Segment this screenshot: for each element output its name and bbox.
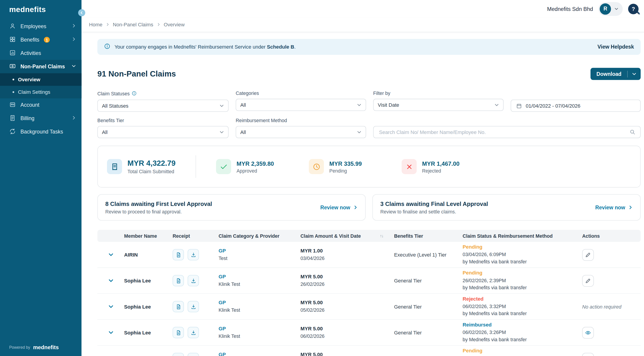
- receipt-cell: [172, 301, 218, 312]
- download-receipt-button[interactable]: [188, 275, 199, 286]
- chevron-down-icon[interactable]: [628, 72, 640, 76]
- status-cell: Pending 03/04/2026, 6:09PM by Mednefits …: [463, 244, 582, 266]
- stat-amount: MYR 1,467.00: [422, 160, 460, 167]
- powered-by: Powered by mednefits: [0, 338, 82, 356]
- sidebar-subitem-claim-settings[interactable]: Claim Settings: [0, 86, 82, 98]
- view-claim-button[interactable]: [582, 327, 594, 339]
- reimbursement-method-select[interactable]: All: [236, 126, 366, 138]
- search-icon[interactable]: [629, 129, 636, 135]
- chevron-down-icon: [357, 103, 361, 107]
- benefits-tier-select[interactable]: All: [98, 126, 229, 138]
- categories-select[interactable]: All: [236, 99, 366, 111]
- page-title: 91 Non-Panel Claims: [98, 70, 176, 79]
- amount-cell: MYR 5.00 05/12/2025: [300, 351, 394, 356]
- sidebar-subitem-overview[interactable]: Overview: [0, 73, 82, 86]
- view-receipt-button[interactable]: [172, 275, 184, 286]
- sidebar-item-billing[interactable]: Billing: [0, 112, 82, 125]
- row-expand-icon[interactable]: [108, 304, 114, 309]
- col-actions: Actions: [582, 234, 640, 239]
- col-category: Claim Category & Provider: [218, 234, 300, 239]
- user-menu[interactable]: R: [598, 2, 623, 16]
- sort-icons[interactable]: ↑↓: [380, 234, 390, 238]
- download-receipt-button[interactable]: [188, 353, 199, 356]
- view-receipt-button[interactable]: [172, 353, 184, 356]
- member-name: Sophia Lee: [124, 304, 173, 310]
- company-name: Mednefits Sdn Bhd: [547, 6, 593, 12]
- breadcrumb-home[interactable]: Home: [89, 22, 102, 28]
- status-timestamp: 03/04/2026, 6:09PM: [463, 251, 582, 259]
- select-value: All Statuses: [102, 103, 128, 109]
- search-input[interactable]: [378, 129, 629, 135]
- view-receipt-button[interactable]: [172, 327, 184, 338]
- edit-claim-button[interactable]: [582, 249, 594, 261]
- sidebar-item-non-panel-claims[interactable]: Non-Panel Claims: [0, 60, 82, 73]
- main-area: Mednefits Sdn Bhd R ?✎ Home Non-Panel Cl…: [82, 0, 644, 356]
- sidebar-item-employees[interactable]: Employees: [0, 20, 82, 33]
- download-icon: [190, 304, 196, 310]
- sidebar-item-activities[interactable]: Activities: [0, 47, 82, 60]
- table-row: Sophia Lee GP Klinik Test MYR 5.00 05/02…: [98, 294, 641, 320]
- claim-category: GP: [218, 300, 300, 306]
- breadcrumb-section[interactable]: Non-Panel Claims: [113, 22, 153, 28]
- view-receipt-button[interactable]: [172, 301, 184, 312]
- select-value: All: [240, 102, 246, 108]
- pencil-icon: [585, 278, 591, 284]
- claims-table: Member Name Receipt Claim Category & Pro…: [98, 230, 641, 356]
- claim-statuses-select[interactable]: All Statuses: [98, 100, 229, 112]
- stat-amount: MYR 335.99: [329, 160, 362, 167]
- receipt-cell: [172, 353, 218, 356]
- chevron-down-icon: [72, 64, 76, 70]
- benefits-tier-label: Benefits Tier: [98, 118, 229, 123]
- status-cell: Reimbursed 06/02/2026, 3:26PM by Mednefi…: [463, 322, 582, 343]
- view-receipt-button[interactable]: [172, 249, 184, 261]
- claim-status: Pending: [463, 244, 582, 250]
- filter-categories: Categories All: [236, 91, 366, 112]
- bullet-icon: [12, 91, 14, 93]
- schedule-b-link[interactable]: Schedule B: [267, 44, 294, 50]
- stat-label: Rejected: [422, 168, 460, 173]
- filter-by: Filter by Visit Date: [373, 91, 504, 112]
- actions-cell: [582, 249, 640, 261]
- sidebar-collapse-button[interactable]: [78, 9, 85, 16]
- receipt-icon: [107, 159, 122, 174]
- table-row: Sophia Lee GP Klinik Test MYR 5.00 06/02…: [98, 320, 641, 346]
- pencil-icon: ✎: [637, 11, 640, 15]
- sidebar-item-label: Non-Panel Claims: [20, 64, 67, 70]
- actions-cell: No action required: [582, 304, 640, 310]
- help-button[interactable]: ?✎: [628, 4, 638, 14]
- sidebar-item-account[interactable]: Account: [0, 98, 82, 112]
- sidebar-item-benefits[interactable]: Benefits 1: [0, 33, 82, 47]
- filter-reimbursement-method: Reimbursement Method All: [236, 118, 366, 138]
- category-cell: GP Test: [218, 248, 300, 262]
- download-button[interactable]: Download: [591, 68, 641, 80]
- topbar: Mednefits Sdn Bhd R ?✎: [82, 0, 644, 18]
- view-helpdesk-link[interactable]: View Helpdesk: [598, 44, 634, 50]
- reimbursement-method: by Mednefits via bank transfer: [463, 336, 582, 343]
- receipt-cell: [172, 327, 218, 338]
- download-icon: [190, 278, 196, 284]
- chevron-right-icon: [72, 23, 76, 29]
- review-now-link[interactable]: Review now: [589, 205, 633, 211]
- row-expand-icon[interactable]: [108, 278, 114, 284]
- row-expand-icon[interactable]: [108, 330, 114, 335]
- filter-by-select[interactable]: Visit Date: [373, 99, 504, 111]
- chevron-right-icon: [72, 37, 76, 43]
- reimbursement-method: by Mednefits via bank transfer: [463, 258, 582, 266]
- sidebar-item-background-tasks[interactable]: Background Tasks: [0, 125, 82, 138]
- download-receipt-button[interactable]: [188, 301, 199, 312]
- category-cell: GP Klinik Test: [218, 351, 300, 356]
- avatar: R: [600, 3, 611, 15]
- date-range-picker[interactable]: 01/04/2022 - 07/04/2026: [511, 100, 640, 112]
- amount-cell: MYR 5.00 05/02/2026: [300, 300, 394, 314]
- download-receipt-button[interactable]: [188, 327, 199, 338]
- download-receipt-button[interactable]: [188, 249, 199, 261]
- benefits-icon: [9, 36, 16, 44]
- sidebar-item-label: Background Tasks: [20, 129, 76, 135]
- col-amount: Claim Amount & Visit Date↑↓: [300, 234, 394, 239]
- edit-claim-button[interactable]: [582, 353, 594, 356]
- row-expand-icon[interactable]: [108, 252, 114, 258]
- col-amount-label: Claim Amount & Visit Date: [300, 234, 361, 239]
- edit-claim-button[interactable]: [582, 275, 594, 287]
- no-action-label: No action required: [582, 304, 621, 309]
- review-now-link[interactable]: Review now: [314, 205, 358, 211]
